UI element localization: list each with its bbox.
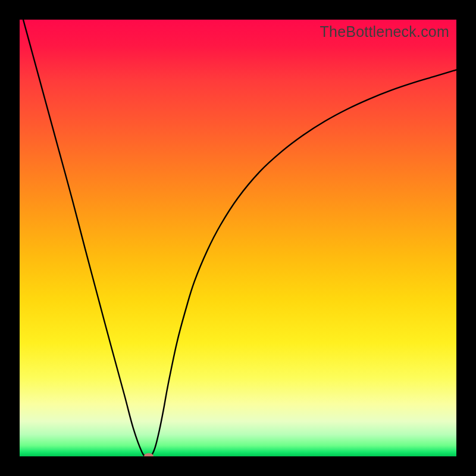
plot-area: TheBottleneck.com xyxy=(20,20,456,456)
minimum-marker xyxy=(144,453,154,457)
watermark-text: TheBottleneck.com xyxy=(320,23,449,40)
chart-frame: TheBottleneck.com xyxy=(0,0,476,476)
bottleneck-curve xyxy=(20,20,456,456)
